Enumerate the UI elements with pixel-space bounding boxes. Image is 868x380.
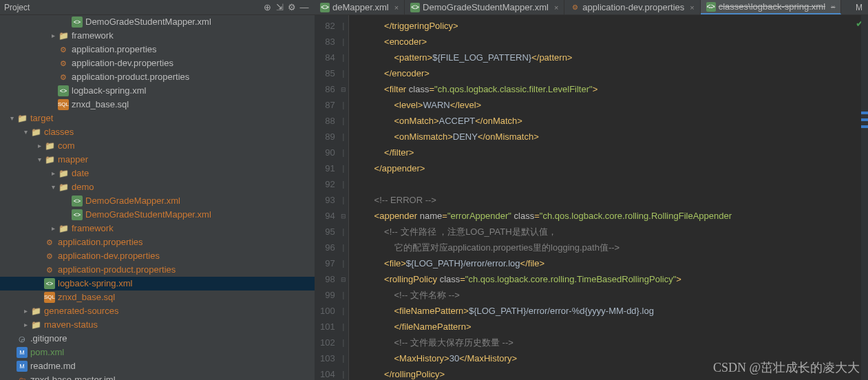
code-line[interactable]: </fileNamePattern> xyxy=(354,319,868,335)
code-line[interactable]: </appender> xyxy=(354,160,868,176)
select-target-icon[interactable]: ⊕ xyxy=(261,2,273,12)
expand-arrow-icon[interactable]: ▸ xyxy=(48,29,58,43)
code-content[interactable]: </triggeringPolicy> <encoder> <pattern>$… xyxy=(349,15,868,380)
marker-stripe[interactable] xyxy=(861,15,868,380)
code-line[interactable]: <level>WARN</level> xyxy=(354,97,868,113)
tree-row[interactable]: DemoGradeStudentMapper.xml xyxy=(0,15,315,29)
fold-marker[interactable]: │ xyxy=(339,319,348,335)
editor-tab[interactable]: application-dev.properties× xyxy=(564,0,700,14)
expand-arrow-icon[interactable]: ▸ xyxy=(48,222,58,235)
code-line[interactable]: <encoder> xyxy=(354,34,868,50)
code-line[interactable]: <filter class="ch.qos.logback.classic.fi… xyxy=(354,81,868,97)
code-line[interactable]: <appender name="errorAppender" class="ch… xyxy=(354,208,868,224)
tree-row[interactable]: ▸framework xyxy=(0,222,315,235)
expand-arrow-icon[interactable]: ▸ xyxy=(21,318,30,332)
editor-tab[interactable]: DemoGradeStudentMapper.xml× xyxy=(405,0,564,14)
fold-marker[interactable]: │ xyxy=(339,34,348,50)
code-line[interactable]: <onMismatch>DENY</onMismatch> xyxy=(354,129,868,145)
close-tab-icon[interactable]: × xyxy=(831,3,835,11)
fold-marker[interactable]: │ xyxy=(339,97,348,113)
code-line[interactable]: <onMatch>ACCEPT</onMatch> xyxy=(354,113,868,129)
code-line[interactable]: <file>${LOG_PATH}/error/error.log</file> xyxy=(354,255,868,271)
collapse-icon[interactable]: ⇲ xyxy=(273,2,286,12)
code-line[interactable]: </triggeringPolicy> xyxy=(354,18,868,34)
fold-marker[interactable]: │ xyxy=(339,287,348,303)
fold-marker[interactable]: │ xyxy=(339,303,348,319)
expand-arrow-icon[interactable]: ▾ xyxy=(21,125,30,139)
fold-marker[interactable]: ⊟ xyxy=(339,208,348,224)
tree-row[interactable]: application-product.properties xyxy=(0,70,315,84)
code-line[interactable]: 它的配置对应application.properties里的logging.pa… xyxy=(354,240,868,255)
tree-row[interactable]: pom.xml xyxy=(0,346,315,359)
fold-marker[interactable]: │ xyxy=(339,160,348,176)
tree-row[interactable]: znxd-base-master.iml xyxy=(0,373,315,380)
tree-row[interactable]: ▸framework xyxy=(0,29,315,43)
fold-marker[interactable]: │ xyxy=(339,240,348,255)
fold-marker[interactable]: │ xyxy=(339,65,348,81)
tree-row[interactable]: DemoGradeStudentMapper.xml xyxy=(0,208,315,222)
fold-marker[interactable]: │ xyxy=(339,18,348,34)
tree-row[interactable]: application-product.properties xyxy=(0,263,315,277)
tree-row[interactable]: ▸com xyxy=(0,139,315,153)
expand-arrow-icon[interactable]: ▾ xyxy=(48,180,58,194)
tree-row[interactable]: application.properties xyxy=(0,43,315,56)
expand-arrow-icon[interactable]: ▾ xyxy=(7,112,17,125)
tab-overflow[interactable]: M xyxy=(850,0,868,14)
editor-tab[interactable]: deMapper.xml× xyxy=(315,0,405,14)
fold-marker[interactable]: │ xyxy=(339,350,348,366)
code-line[interactable]: </filter> xyxy=(354,145,868,160)
expand-arrow-icon[interactable]: ▸ xyxy=(34,139,44,153)
project-tree[interactable]: DemoGradeStudentMapper.xml▸frameworkappl… xyxy=(0,15,315,380)
tree-row[interactable]: ▸maven-status xyxy=(0,318,315,332)
tree-row[interactable]: DemoGradeMapper.xml xyxy=(0,194,315,208)
tree-row[interactable]: application-dev.properties xyxy=(0,56,315,70)
stripe-mark[interactable] xyxy=(861,125,868,128)
tree-row[interactable]: znxd_base.sql xyxy=(0,291,315,304)
stripe-mark[interactable] xyxy=(861,112,868,114)
code-line[interactable]: <!-- 文件最大保存历史数量 --> xyxy=(354,335,868,350)
settings-icon[interactable]: ⚙ xyxy=(286,2,298,12)
fold-marker[interactable]: │ xyxy=(339,192,348,208)
hide-icon[interactable]: — xyxy=(298,2,310,12)
tree-row[interactable]: ▾target xyxy=(0,112,315,125)
fold-marker[interactable]: │ xyxy=(339,113,348,129)
code-line[interactable]: <MaxHistory>30</MaxHistory> xyxy=(354,350,868,366)
tree-row[interactable]: znxd_base.sql xyxy=(0,98,315,112)
close-tab-icon[interactable]: × xyxy=(554,3,558,12)
tree-row[interactable]: ▾mapper xyxy=(0,153,315,167)
fold-marker[interactable]: ⊟ xyxy=(339,81,348,97)
tree-row[interactable]: application-dev.properties xyxy=(0,249,315,263)
tree-row[interactable]: ▾classes xyxy=(0,125,315,139)
fold-marker[interactable]: │ xyxy=(339,145,348,160)
code-line[interactable]: <!-- 文件名称 --> xyxy=(354,287,868,303)
tree-row[interactable]: ▸generated-sources xyxy=(0,304,315,318)
fold-gutter[interactable]: ││││⊟│││││││⊟│││⊟││││││ xyxy=(339,15,349,380)
fold-marker[interactable]: │ xyxy=(339,129,348,145)
stripe-mark[interactable] xyxy=(861,118,868,121)
tree-row[interactable]: ▸date xyxy=(0,167,315,180)
close-tab-icon[interactable]: × xyxy=(690,3,694,12)
tree-row[interactable]: logback-spring.xml xyxy=(0,277,315,291)
fold-marker[interactable]: │ xyxy=(339,335,348,350)
code-line[interactable]: <rollingPolicy class="ch.qos.logback.cor… xyxy=(354,271,868,287)
code-line[interactable]: <!-- ERROR --> xyxy=(354,192,868,208)
expand-arrow-icon[interactable]: ▾ xyxy=(34,153,44,167)
code-line[interactable] xyxy=(354,176,868,192)
fold-marker[interactable]: │ xyxy=(339,366,348,380)
code-line[interactable]: </rollingPolicy> xyxy=(354,366,868,380)
tree-row[interactable]: logback-spring.xml xyxy=(0,84,315,98)
tree-row[interactable]: ▾demo xyxy=(0,180,315,194)
code-line[interactable]: <fileNamePattern>${LOG_PATH}/error/error… xyxy=(354,303,868,319)
tree-row[interactable]: application.properties xyxy=(0,235,315,249)
expand-arrow-icon[interactable]: ▸ xyxy=(21,304,30,318)
tree-row[interactable]: .gitignore xyxy=(0,332,315,346)
fold-marker[interactable]: │ xyxy=(339,50,348,65)
editor-tab[interactable]: classes\logback-spring.xml× xyxy=(701,0,842,14)
fold-marker[interactable]: │ xyxy=(339,255,348,271)
code-line[interactable]: </encoder> xyxy=(354,65,868,81)
code-line[interactable]: <pattern>${FILE_LOG_PATTERN}</pattern> xyxy=(354,50,868,65)
fold-marker[interactable]: │ xyxy=(339,176,348,192)
expand-arrow-icon[interactable]: ▸ xyxy=(48,167,58,180)
tree-row[interactable]: readme.md xyxy=(0,359,315,373)
fold-marker[interactable]: │ xyxy=(339,224,348,240)
